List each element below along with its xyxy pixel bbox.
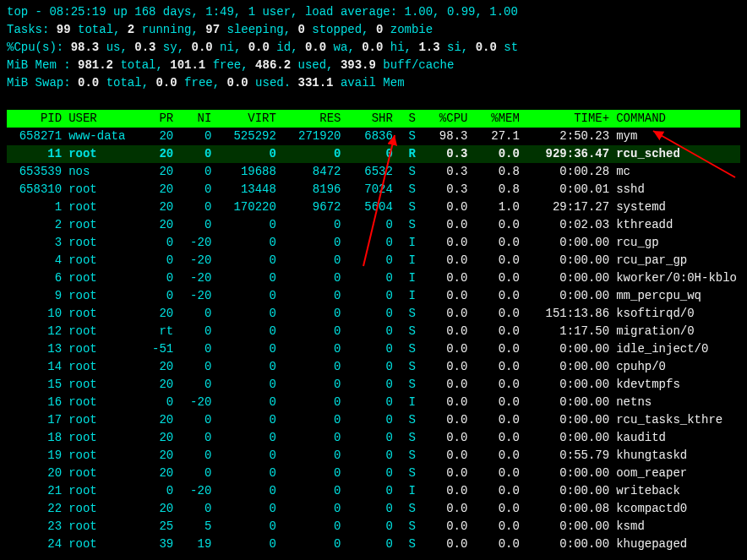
col-res[interactable]: RES (280, 110, 345, 128)
table-row[interactable]: 12rootrt0000S0.00.01:17.50migration/0 (7, 323, 740, 340)
cell-mem: 0.0 (471, 482, 522, 500)
cell-pr: 0 (139, 252, 177, 269)
cell-virt: 0 (215, 447, 280, 465)
cell-mem: 0.0 (471, 287, 522, 305)
cell-s: S (396, 340, 419, 358)
table-row[interactable]: 653539nos2001968884726532S0.30.80:00.28m… (7, 163, 740, 181)
table-row[interactable]: 6root0-20000I0.00.00:00.00kworker/0:0H-k… (7, 269, 740, 287)
col-mem[interactable]: %MEM (471, 110, 522, 128)
cell-shr: 5604 (344, 198, 395, 216)
cell-virt: 0 (215, 429, 280, 447)
cell-s: S (396, 429, 419, 447)
table-row[interactable]: 19root200000S0.00.00:55.79khungtaskd (7, 447, 740, 465)
cell-user: root (65, 482, 139, 500)
table-row[interactable]: 18root200000S0.00.00:00.00kauditd (7, 429, 740, 447)
cell-cmd: migration/0 (613, 323, 740, 340)
col-state[interactable]: S (396, 110, 419, 128)
cell-cmd: kworker/0:0H-kblo (613, 269, 740, 287)
table-row[interactable]: 14root200000S0.00.00:00.00cpuhp/0 (7, 358, 740, 376)
cell-s: S (396, 163, 419, 181)
cell-user: root (65, 465, 139, 482)
cell-cmd: rcu_tasks_kthre (613, 411, 740, 429)
cell-cmd: sshd (613, 181, 740, 198)
cell-shr: 0 (344, 287, 395, 305)
table-row[interactable]: 16root0-20000I0.00.00:00.00netns (7, 394, 740, 411)
cell-cmd: netns (613, 394, 740, 411)
cell-res: 0 (280, 269, 345, 287)
table-row[interactable]: 24root3919000S0.00.00:00.00khugepaged (7, 536, 740, 553)
cell-virt: 0 (215, 252, 280, 269)
cell-ni: 0 (177, 340, 215, 358)
cell-user: root (65, 376, 139, 394)
cell-pr: 25 (139, 518, 177, 536)
table-row[interactable]: 9root0-20000I0.00.00:00.00mm_percpu_wq (7, 287, 740, 305)
table-row[interactable]: 658271www-data2005252922719206836S98.327… (7, 128, 740, 145)
table-row[interactable]: 20root200000S0.00.00:00.00oom_reaper (7, 465, 740, 482)
cell-user: root (65, 411, 139, 429)
cell-time: 0:00.00 (523, 234, 613, 252)
cell-pid: 15 (7, 376, 65, 394)
process-table[interactable]: PID USER PR NI VIRT RES SHR S %CPU %MEM … (7, 110, 740, 553)
cell-ni: 0 (177, 163, 215, 181)
col-time[interactable]: TIME+ (523, 110, 613, 128)
cell-cpu: 0.0 (419, 198, 471, 216)
cell-cmd: ksoftirqd/0 (613, 305, 740, 323)
table-row[interactable]: 2root200000S0.00.00:02.03kthreadd (7, 216, 740, 234)
cell-user: root (65, 394, 139, 411)
cell-mem: 0.0 (471, 358, 522, 376)
cell-virt: 0 (215, 536, 280, 553)
cell-user: root (65, 447, 139, 465)
cell-time: 0:00.00 (523, 376, 613, 394)
cell-cmd: rcu_gp (613, 234, 740, 252)
cell-s: I (396, 234, 419, 252)
table-row[interactable]: 1root20017022096725604S0.01.029:17.27sys… (7, 198, 740, 216)
cell-ni: 0 (177, 411, 215, 429)
table-header-row[interactable]: PID USER PR NI VIRT RES SHR S %CPU %MEM … (7, 110, 740, 128)
cell-cpu: 0.0 (419, 340, 471, 358)
table-row[interactable]: 22root200000S0.00.00:00.08kcompactd0 (7, 500, 740, 518)
table-row[interactable]: 10root200000S0.00.0151:13.86ksoftirqd/0 (7, 305, 740, 323)
col-pr[interactable]: PR (139, 110, 177, 128)
cell-cmd: mm_percpu_wq (613, 287, 740, 305)
cell-cpu: 0.3 (419, 145, 471, 163)
cell-s: I (396, 252, 419, 269)
cell-pr: 20 (139, 411, 177, 429)
col-user[interactable]: USER (65, 110, 139, 128)
cell-res: 0 (280, 323, 345, 340)
col-command[interactable]: COMMAND (613, 110, 740, 128)
cell-mem: 0.0 (471, 518, 522, 536)
col-cpu[interactable]: %CPU (419, 110, 471, 128)
table-row[interactable]: 4root0-20000I0.00.00:00.00rcu_par_gp (7, 252, 740, 269)
cell-shr: 0 (344, 465, 395, 482)
table-row[interactable]: 21root0-20000I0.00.00:00.00writeback (7, 482, 740, 500)
cell-mem: 0.0 (471, 145, 522, 163)
col-ni[interactable]: NI (177, 110, 215, 128)
cell-cmd: khungtaskd (613, 447, 740, 465)
table-row[interactable]: 11root200000R0.30.0929:36.47rcu_sched (7, 145, 740, 163)
cell-user: root (65, 287, 139, 305)
cell-user: root (65, 340, 139, 358)
cell-user: root (65, 500, 139, 518)
table-row[interactable]: 15root200000S0.00.00:00.00kdevtmpfs (7, 376, 740, 394)
col-virt[interactable]: VIRT (215, 110, 280, 128)
cell-pr: 20 (139, 198, 177, 216)
table-row[interactable]: 3root0-20000I0.00.00:00.00rcu_gp (7, 234, 740, 252)
table-row[interactable]: 658310root2001344881967024S0.30.80:00.01… (7, 181, 740, 198)
table-row[interactable]: 23root255000S0.00.00:00.00ksmd (7, 518, 740, 536)
cell-cmd: systemd (613, 198, 740, 216)
cell-virt: 0 (215, 482, 280, 500)
cell-cpu: 0.0 (419, 518, 471, 536)
cell-shr: 0 (344, 500, 395, 518)
cell-cmd: ksmd (613, 518, 740, 536)
col-pid[interactable]: PID (7, 110, 65, 128)
col-shr[interactable]: SHR (344, 110, 395, 128)
table-row[interactable]: 17root200000S0.00.00:00.00rcu_tasks_kthr… (7, 411, 740, 429)
cell-shr: 0 (344, 358, 395, 376)
table-row[interactable]: 13root-510000S0.00.00:00.00idle_inject/0 (7, 340, 740, 358)
cell-res: 0 (280, 411, 345, 429)
cell-cmd: idle_inject/0 (613, 340, 740, 358)
cell-ni: 0 (177, 216, 215, 234)
cell-time: 0:00.00 (523, 287, 613, 305)
cell-ni: 19 (177, 536, 215, 553)
cell-s: S (396, 411, 419, 429)
